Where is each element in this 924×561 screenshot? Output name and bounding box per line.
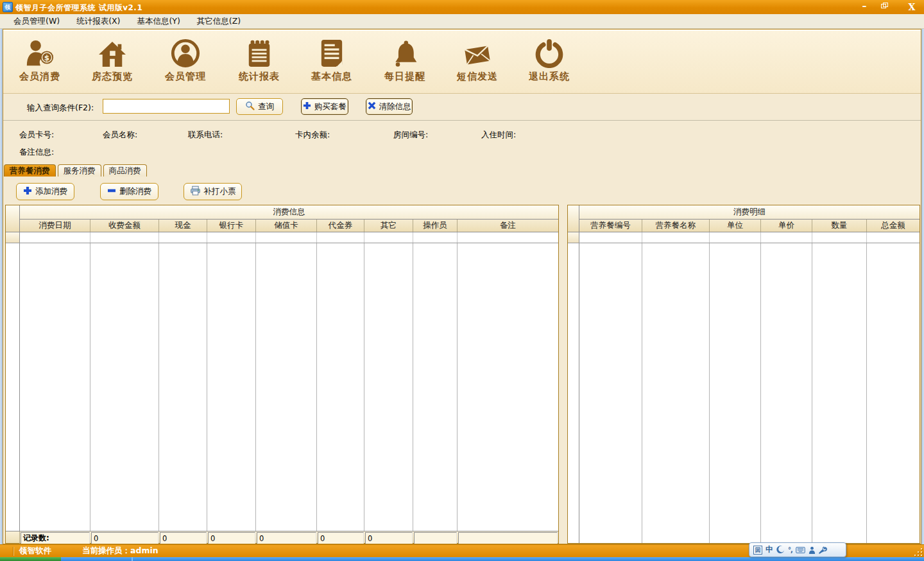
record-count-empty [414, 532, 457, 544]
clear-info-label: 清除信息 [379, 101, 411, 112]
empty-row[interactable] [568, 232, 920, 243]
col-voucher[interactable]: 代金券 [317, 220, 364, 232]
col-unit-price[interactable]: 单价 [761, 220, 812, 232]
room-number-label: 房间编号: [393, 130, 428, 141]
col-charge-amount[interactable]: 收费金额 [90, 220, 159, 232]
empty-row[interactable] [6, 232, 558, 243]
statusbar-divider [13, 547, 14, 556]
consume-info-title: 消费信息 [20, 205, 558, 220]
app-logo-icon: 领 [3, 2, 13, 12]
resize-grip[interactable] [913, 547, 922, 556]
col-total[interactable]: 总金额 [867, 220, 920, 232]
record-count-value: 0 [91, 532, 158, 544]
menu-bar: 会员管理(W) 统计报表(X) 基本信息(Y) 其它信息(Z) [0, 14, 924, 29]
window-frame-left [0, 29, 3, 544]
notepad-icon [246, 35, 273, 68]
col-consume-date[interactable]: 消费日期 [20, 220, 90, 232]
reprint-receipt-button[interactable]: 补打小票 [184, 183, 242, 200]
col-meal-code[interactable]: 营养餐编号 [579, 220, 642, 232]
col-bank-card[interactable]: 银行卡 [207, 220, 256, 232]
document-icon [320, 35, 344, 68]
remark-label: 备注信息: [19, 147, 54, 158]
start-button-sliver[interactable] [0, 557, 61, 561]
window-title: 领智月子会所管理系统 试用版v2.1 [15, 3, 142, 13]
bell-icon [391, 35, 419, 68]
ime-keyboard-icon[interactable] [796, 547, 805, 553]
member-circle-icon [171, 35, 200, 68]
member-name-label: 会员名称: [103, 130, 137, 141]
ime-punctuation-icon[interactable]: °, [788, 546, 792, 553]
app-window: 领 领智月子会所管理系统 试用版v2.1 – X 会员管理(W) 统计报表(X)… [0, 0, 924, 561]
x-icon [368, 101, 376, 112]
ime-settings-wrench-icon[interactable] [819, 546, 827, 554]
col-stored-card[interactable]: 储值卡 [256, 220, 317, 232]
menu-statistics-report[interactable]: 统计报表(X) [68, 14, 128, 28]
consume-info-body[interactable] [6, 243, 558, 531]
tab-nutrition-meal[interactable]: 营养餐消费 [4, 164, 56, 177]
toolbar-sms-send[interactable]: 短信发送 [447, 35, 508, 90]
windows-taskbar[interactable] [0, 557, 924, 561]
clear-info-button[interactable]: 清除信息 [366, 98, 413, 115]
minimize-button[interactable]: – [857, 1, 871, 13]
title-bar: 领 领智月子会所管理系统 试用版v2.1 – X [0, 0, 924, 14]
record-count-value: 0 [208, 532, 255, 544]
ime-logo-icon[interactable]: 回 [753, 546, 762, 555]
tab-service-consume[interactable]: 服务消费 [58, 164, 101, 177]
record-count-value: 0 [257, 532, 316, 544]
record-count-value: 0 [365, 532, 413, 544]
plus-icon [23, 186, 32, 197]
delete-consume-label: 删除消费 [119, 186, 151, 197]
restore-button[interactable] [878, 1, 892, 13]
toolbar-exit-system[interactable]: 退出系统 [518, 35, 580, 90]
taskbar-divider [132, 557, 133, 561]
printer-icon [190, 186, 201, 198]
taskbar-strip[interactable] [61, 557, 924, 561]
toolbar-basic-info[interactable]: 基本信息 [301, 35, 363, 90]
envelope-send-icon [461, 35, 493, 68]
menu-member-management[interactable]: 会员管理(W) [5, 14, 68, 28]
svg-text:$: $ [44, 53, 49, 62]
toolbar-statistics-report[interactable]: 统计报表 [228, 35, 290, 90]
menu-other-info[interactable]: 其它信息(Z) [189, 14, 249, 28]
statusbar-brand: 领智软件 [19, 546, 51, 557]
row-selector-corner [568, 205, 579, 232]
toolbar-member-management[interactable]: 会员管理 [155, 35, 216, 90]
plus-icon [303, 101, 311, 112]
col-remark[interactable]: 备注 [458, 220, 558, 232]
consume-detail-header: 消费明细 营养餐编号 营养餐名称 单位 单价 数量 总金额 [568, 205, 920, 232]
record-count-label: 记录数: [21, 532, 90, 544]
ime-mode-chinese[interactable]: 中 [766, 544, 773, 555]
col-operator[interactable]: 操作员 [413, 220, 458, 232]
minus-icon [107, 186, 116, 197]
query-button[interactable]: 查询 [236, 98, 283, 115]
search-label: 输入查询条件(F2): [27, 103, 94, 114]
record-count-value: 0 [160, 532, 207, 544]
buy-package-button[interactable]: 购买套餐 [301, 98, 348, 115]
add-consume-button[interactable]: 添加消费 [16, 183, 74, 200]
record-count-empty [458, 532, 558, 544]
member-card-label: 会员卡号: [19, 130, 54, 141]
close-button[interactable]: X [905, 1, 919, 13]
col-quantity[interactable]: 数量 [812, 220, 867, 232]
toolbar-room-status[interactable]: 房态预览 [81, 35, 143, 90]
col-other[interactable]: 其它 [364, 220, 413, 232]
col-meal-name[interactable]: 营养餐名称 [642, 220, 710, 232]
query-button-label: 查询 [258, 101, 274, 112]
window-frame-right [921, 29, 924, 544]
add-consume-label: 添加消费 [35, 186, 67, 197]
menu-basic-info[interactable]: 基本信息(Y) [128, 14, 188, 28]
tab-goods-consume[interactable]: 商品消费 [103, 164, 147, 177]
toolbar-member-consume[interactable]: $ 会员消费 [9, 35, 71, 90]
col-cash[interactable]: 现金 [159, 220, 207, 232]
col-unit[interactable]: 单位 [710, 220, 761, 232]
checkin-time-label: 入住时间: [481, 130, 516, 141]
ime-user-icon[interactable] [809, 546, 816, 554]
ime-fullwidth-moon-icon[interactable] [776, 546, 785, 554]
delete-consume-button[interactable]: 删除消费 [100, 183, 158, 200]
toolbar-daily-reminder[interactable]: 每日提醒 [374, 35, 436, 90]
row-selector-corner [6, 205, 20, 232]
search-input[interactable] [103, 99, 230, 114]
consume-detail-body[interactable] [568, 243, 920, 543]
member-info-section: 会员卡号: 会员名称: 联系电话: 卡内余额: 房间编号: 入住时间: 备注信息… [3, 121, 921, 163]
ime-language-bar[interactable]: 回 中 °, [749, 542, 846, 557]
